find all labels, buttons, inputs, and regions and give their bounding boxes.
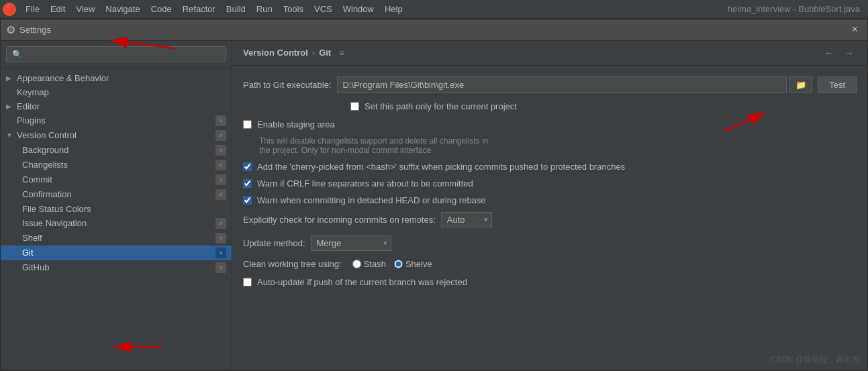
git-path-label: Path to Git executable: [243,80,332,90]
main-container: ▶ Appearance & Behavior Keymap ▶ Editor [1,41,867,370]
radio-stash-label: Stash [364,259,386,269]
menu-help[interactable]: Help [379,1,408,17]
sidebar-item-background[interactable]: Background ≡ [1,143,232,158]
auto-update-row: Auto-update if push of the current branc… [243,277,857,287]
git-path-input-container: 📁 [337,76,813,93]
incoming-dropdown-wrapper: Auto Always Never [441,212,492,227]
sidebar-item-appearance[interactable]: ▶ Appearance & Behavior [1,71,232,85]
sidebar-item-label: Background [22,145,215,155]
sidebar-item-label: File Status Colors [22,204,226,214]
sidebar-item-label: Changelists [22,160,215,170]
cherry-pick-label: Add the 'cherry-picked from <hash>' suff… [257,162,625,172]
content-area: Version Control › Git ≡ ← → Path to Git … [232,41,867,370]
menu-edit[interactable]: Edit [45,1,70,17]
sidebar-item-label: Editor [17,101,226,111]
sidebar-item-shelf[interactable]: Shelf ≡ [1,231,232,246]
menu-navigate[interactable]: Navigate [100,1,145,17]
auto-update-checkbox[interactable] [243,278,252,286]
settings-dialog: 🔴 File Edit View Navigate Code Refactor … [0,0,868,371]
radio-shelve-label: Shelve [405,259,432,269]
breadcrumb-menu-icon: ≡ [339,48,344,58]
arrow-icon: ▶ [6,103,17,110]
menu-file[interactable]: File [20,1,45,17]
radio-stash[interactable] [352,260,361,268]
menu-tools[interactable]: Tools [278,1,309,17]
project-title: heima_interview - BubbleSort.java [728,4,865,14]
radio-shelve-option: Shelve [394,259,432,269]
sidebar-item-label: Confirmation [22,189,215,199]
app-icon: 🔴 [3,3,16,16]
sidebar-item-label: Git [22,248,215,258]
staging-area-row: Enable staging area [243,119,857,129]
cherry-pick-checkbox[interactable] [243,162,252,171]
breadcrumb-separator: › [312,48,315,58]
sidebar-item-editor[interactable]: ▶ Editor [1,99,232,113]
settings-icon-small: ≡ [215,130,226,141]
settings-icon-small: ≡ [215,145,226,156]
arrow-icon: ▶ [6,74,17,82]
sidebar-item-git[interactable]: Git ≡ [1,246,232,260]
head-row: Warn when committing in detached HEAD or… [243,195,857,205]
search-input[interactable] [6,46,226,62]
current-project-label: Set this path only for the current proje… [365,101,517,111]
settings-icon-small: ≡ [215,218,226,229]
git-path-row: Path to Git executable: 📁 Test [243,76,857,93]
sidebar-item-label: Plugins [17,115,215,125]
sidebar-item-label: Shelf [22,233,215,243]
update-method-row: Update method: Merge Rebase Branch Defau… [243,235,857,251]
staging-sub-text-1: This will disable changelists support an… [259,136,489,146]
git-settings-content: Path to Git executable: 📁 Test Set this … [232,66,867,370]
test-button[interactable]: Test [818,76,857,93]
sidebar-item-github[interactable]: GitHub ≡ [1,260,232,275]
dialog-title: Settings [19,25,848,35]
sidebar-item-confirmation[interactable]: Confirmation ≡ [1,187,232,202]
settings-icon-small: ≡ [215,174,226,185]
crlf-checkbox[interactable] [243,179,252,188]
menu-view[interactable]: View [70,1,100,17]
folder-browse-button[interactable]: 📁 [789,76,812,93]
nav-back-arrow[interactable]: ← [822,46,836,60]
watermark: CSDN @新征程，再出发 [770,354,860,366]
breadcrumb-current: Git [319,48,331,58]
settings-icon: ⚙ [6,23,15,36]
settings-window: ⚙ Settings × ▶ Appearance & Behavior [0,19,868,371]
radio-shelve[interactable] [394,260,403,268]
clean-label: Clean working tree using: [243,259,342,269]
sidebar-item-label: Keymap [17,87,226,97]
breadcrumb: Version Control › Git ≡ ← → [232,41,867,66]
dialog-title-bar: ⚙ Settings × [1,19,867,41]
menu-bar: 🔴 File Edit View Navigate Code Refactor … [0,0,868,19]
git-path-input[interactable] [337,76,787,93]
menu-build[interactable]: Build [221,1,251,17]
sidebar-item-plugins[interactable]: Plugins ≡ [1,113,232,128]
staging-area-sub: This will disable changelists support an… [259,136,857,155]
nav-forward-arrow[interactable]: → [842,46,857,60]
close-button[interactable]: × [848,22,862,37]
search-box [1,41,232,68]
head-checkbox[interactable] [243,196,252,205]
sidebar-item-label: GitHub [22,262,215,272]
sidebar-item-issue-navigation[interactable]: Issue Navigation ≡ [1,216,232,231]
menu-code[interactable]: Code [146,1,177,17]
incoming-dropdown[interactable]: Auto Always Never [441,212,492,227]
menu-refactor[interactable]: Refactor [177,1,221,17]
update-dropdown-wrapper: Merge Rebase Branch Default [311,235,391,251]
current-project-checkbox[interactable] [350,102,359,111]
menu-run[interactable]: Run [251,1,278,17]
sidebar-item-changelists[interactable]: Changelists ≡ [1,158,232,172]
settings-icon-small: ≡ [215,233,226,244]
sidebar-item-label: Version Control [17,130,215,140]
staging-sub-text-2: the project. Only for non-modal commit i… [259,146,433,155]
nav-arrows: ← → [822,46,857,60]
sidebar-item-commit[interactable]: Commit ≡ [1,172,232,187]
sidebar-item-file-status-colors[interactable]: File Status Colors [1,202,232,216]
menu-window[interactable]: Window [338,1,379,17]
sidebar-item-version-control[interactable]: ▼ Version Control ≡ [1,128,232,143]
crlf-label: Warn if CRLF line separators are about t… [257,178,473,189]
staging-area-checkbox[interactable] [243,120,252,129]
menu-vcs[interactable]: VCS [309,1,338,17]
update-dropdown[interactable]: Merge Rebase Branch Default [311,235,391,251]
sidebar-tree: ▶ Appearance & Behavior Keymap ▶ Editor [1,68,232,370]
sidebar-item-keymap[interactable]: Keymap [1,85,232,99]
incoming-commits-row: Explicitly check for incoming commits on… [243,212,857,227]
